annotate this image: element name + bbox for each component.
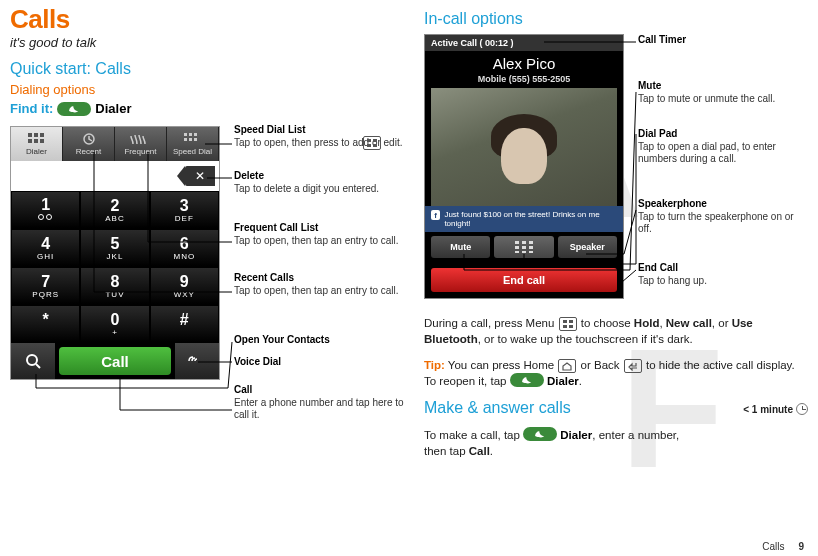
svg-rect-7 — [184, 133, 187, 136]
page-title: Calls — [10, 4, 408, 35]
tip-paragraph: Tip: You can press Home or Back to hide … — [424, 357, 808, 389]
callout-endcall-body: Tap to hang up. — [638, 275, 808, 288]
back-icon — [624, 359, 642, 373]
voice-dial-button[interactable] — [175, 343, 219, 379]
callout-delete-title: Delete — [234, 170, 404, 183]
mute-button[interactable]: Mute — [431, 236, 490, 258]
key-2[interactable]: 2ABC — [80, 191, 149, 229]
key-4[interactable]: 4GHI — [11, 229, 80, 267]
callout-dialpad-title: Dial Pad — [638, 128, 808, 141]
dialer-pill-icon — [523, 427, 557, 441]
social-status-text: Just found $100 on the street! Drinks on… — [444, 210, 617, 228]
svg-rect-26 — [529, 241, 533, 244]
tab-recent-label: Recent — [76, 147, 101, 156]
key-5[interactable]: 5JKL — [80, 229, 149, 267]
dialpad-button[interactable] — [494, 236, 553, 258]
callout-mute-body: Tap to mute or unmute the call. — [638, 93, 808, 106]
svg-rect-24 — [515, 241, 519, 244]
social-status-bar: f Just found $100 on the street! Drinks … — [425, 206, 623, 232]
key-star[interactable]: * — [11, 305, 80, 343]
key-1[interactable]: 1 — [11, 191, 80, 229]
svg-rect-9 — [194, 133, 197, 136]
menu-icon — [363, 136, 381, 150]
svg-rect-22 — [367, 144, 371, 147]
callout-dialpad-body: Tap to open a dial pad, to enter numbers… — [638, 141, 808, 166]
find-it-label: Find it: — [10, 101, 53, 116]
svg-rect-10 — [184, 138, 187, 141]
svg-line-16 — [36, 364, 40, 368]
dialer-pill-icon — [57, 102, 91, 116]
callout-speaker-body: Tap to turn the speakerphone on or off. — [638, 211, 808, 236]
active-call-bar: Active Call ( 00:12 ) — [425, 35, 623, 51]
key-9[interactable]: 9WXY — [150, 267, 219, 305]
call-button[interactable]: Call — [59, 347, 171, 375]
delete-button[interactable]: ✕ — [185, 166, 215, 186]
callout-timer-title: Call Timer — [638, 34, 808, 47]
svg-rect-1 — [34, 133, 38, 137]
svg-rect-35 — [563, 320, 567, 323]
callout-recent-title: Recent Calls — [234, 272, 404, 285]
tab-recent[interactable]: Recent — [63, 127, 115, 161]
svg-point-15 — [27, 355, 37, 365]
callout-voicedial-title: Voice Dial — [234, 356, 404, 369]
svg-rect-29 — [529, 246, 533, 249]
key-hash[interactable]: # — [150, 305, 219, 343]
callout-speaker-title: Speakerphone — [638, 198, 808, 211]
home-icon — [558, 359, 576, 373]
tab-speeddial-label: Speed Dial — [173, 147, 212, 156]
quickstart-heading: Quick start: Calls — [10, 60, 408, 78]
key-0[interactable]: 0+ — [80, 305, 149, 343]
tab-dialer[interactable]: Dialer — [11, 127, 63, 161]
callout-speeddial-title: Speed Dial List — [234, 124, 404, 137]
callout-delete-body: Tap to delete a digit you entered. — [234, 183, 404, 196]
svg-rect-12 — [194, 138, 197, 141]
incall-screenshot: Active Call ( 00:12 ) Alex Pico Mobile (… — [424, 34, 624, 299]
svg-rect-21 — [373, 139, 377, 142]
svg-rect-20 — [367, 139, 371, 142]
facebook-icon: f — [431, 210, 440, 220]
key-7[interactable]: 7PQRS — [11, 267, 80, 305]
svg-rect-36 — [569, 320, 573, 323]
callout-mute-title: Mute — [638, 80, 808, 93]
key-8[interactable]: 8TUV — [80, 267, 149, 305]
end-call-button[interactable]: End call — [431, 268, 617, 292]
svg-rect-4 — [34, 139, 38, 143]
callout-contacts-title: Open Your Contacts — [234, 334, 404, 347]
page-footer: Calls9 — [762, 541, 804, 552]
svg-rect-3 — [28, 139, 32, 143]
time-estimate: < 1 minute — [743, 403, 808, 415]
callout-call-title: Call — [234, 384, 404, 397]
svg-rect-25 — [522, 241, 526, 244]
svg-rect-38 — [569, 325, 573, 328]
clock-icon — [796, 403, 808, 415]
menu-icon — [559, 317, 577, 331]
svg-rect-23 — [373, 144, 377, 147]
tab-speeddial[interactable]: Speed Dial — [167, 127, 219, 161]
caller-number: Mobile (555) 555-2505 — [425, 74, 623, 88]
svg-rect-37 — [563, 325, 567, 328]
contacts-button[interactable] — [11, 343, 55, 379]
find-it-dialer-label: Dialer — [95, 101, 131, 116]
callout-call-body: Enter a phone number and tap here to cal… — [234, 397, 404, 422]
svg-line-34 — [622, 270, 636, 282]
svg-rect-11 — [189, 138, 192, 141]
dialing-options-heading: Dialing options — [10, 82, 408, 97]
svg-rect-5 — [40, 139, 44, 143]
svg-rect-31 — [522, 251, 526, 253]
svg-rect-32 — [529, 251, 533, 253]
incall-options-heading: In-call options — [424, 10, 808, 28]
tab-dialer-label: Dialer — [26, 147, 47, 156]
page-subtitle: it's good to talk — [10, 35, 408, 50]
svg-rect-0 — [28, 133, 32, 137]
callout-endcall-title: End Call — [638, 262, 808, 275]
svg-rect-28 — [522, 246, 526, 249]
callout-frequent-body: Tap to open, then tap an entry to call. — [234, 235, 404, 248]
key-6[interactable]: 6MNO — [150, 229, 219, 267]
key-3[interactable]: 3DEF — [150, 191, 219, 229]
speaker-button[interactable]: Speaker — [558, 236, 617, 258]
make-call-paragraph: To make a call, tap Dialer, enter a numb… — [424, 427, 684, 459]
tab-frequent[interactable]: Frequent — [115, 127, 167, 161]
svg-rect-2 — [40, 133, 44, 137]
callout-frequent-title: Frequent Call List — [234, 222, 404, 235]
svg-point-14 — [46, 215, 51, 220]
